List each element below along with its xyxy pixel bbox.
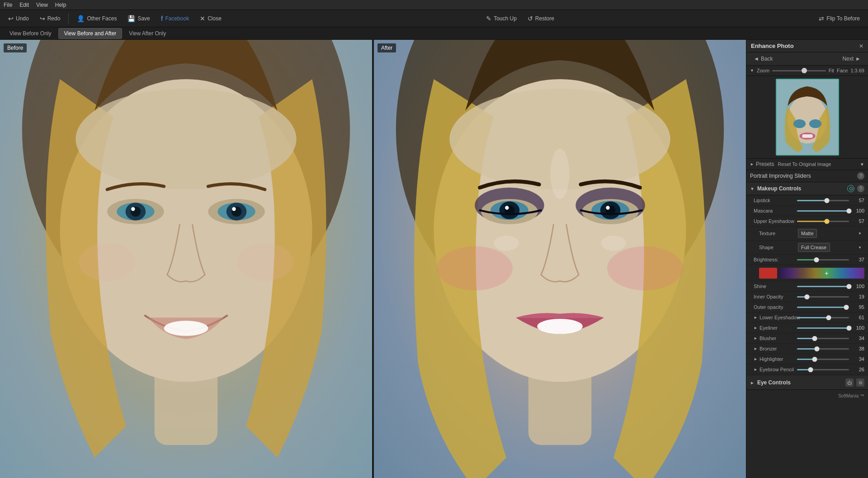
outer-opacity-slider[interactable] [797, 307, 849, 308]
view-tabs: View Before Only View Before and After V… [0, 27, 868, 40]
texture-select[interactable]: Matte [798, 229, 817, 238]
shine-fill [797, 286, 849, 287]
texture-select-wrap: Matte [798, 229, 864, 238]
bronzer-row: ► Bronzer 38 [746, 344, 868, 354]
person-icon: 👤 [77, 15, 85, 22]
upper-eyeshadow-thumb[interactable] [824, 219, 829, 224]
after-panel: After [374, 40, 746, 478]
bronzer-thumb[interactable] [814, 346, 819, 351]
bronzer-label: Bronzer [760, 346, 777, 351]
close-button[interactable]: ✕ Close [195, 13, 226, 24]
color-plus-icon[interactable]: + [825, 270, 828, 277]
eyeliner-fill [797, 327, 849, 329]
reset-dropdown-icon[interactable]: ▼ [860, 162, 864, 167]
presets-button[interactable]: ► Presets [750, 161, 774, 167]
restore-label: Restore [535, 15, 554, 22]
mascara-thumb[interactable] [847, 208, 852, 213]
shine-thumb[interactable] [847, 284, 852, 289]
portrait-help-icon[interactable]: ? [857, 172, 864, 180]
outer-opacity-fill [797, 307, 846, 308]
presets-label: Presets [756, 161, 774, 167]
tab-view-before-and-after[interactable]: View Before and After [58, 28, 123, 39]
lower-eyeshadow-fill [797, 317, 829, 318]
lower-eyeshadow-label: Lower Eyeshadow [760, 315, 800, 320]
reset-to-original-button[interactable]: Reset To Original Image [778, 161, 856, 167]
mascara-slider[interactable] [797, 210, 849, 212]
highlighter-slider[interactable] [797, 359, 849, 360]
restore-button[interactable]: ↺ Restore [523, 13, 559, 24]
color-gradient[interactable]: + [779, 268, 864, 279]
upper-eyeshadow-value: 57 [852, 218, 864, 224]
inner-opacity-thumb[interactable] [804, 294, 809, 299]
menu-edit[interactable]: Edit [19, 2, 29, 8]
eyebrow-pencil-thumb[interactable] [808, 367, 813, 372]
enhance-photo-header: Enhance Photo ✕ [746, 40, 868, 52]
menu-view[interactable]: View [36, 2, 48, 8]
eye-controls-header[interactable]: ► Eye Controls ⏻ ⚙ [746, 376, 868, 390]
svg-point-35 [537, 319, 582, 334]
highlighter-value: 34 [852, 356, 864, 362]
blusher-thumb[interactable] [812, 336, 817, 341]
lipstick-thumb[interactable] [824, 198, 829, 203]
shape-label: Shape [759, 245, 795, 250]
nav-next-button[interactable]: Next ► [839, 54, 864, 63]
lipstick-slider[interactable] [797, 200, 849, 201]
close-panel-icon[interactable]: ✕ [859, 43, 863, 49]
before-face-svg [0, 40, 372, 478]
brightness-slider[interactable] [797, 259, 849, 260]
svg-point-33 [437, 246, 512, 291]
menu-help[interactable]: Help [55, 2, 66, 8]
touch-up-button[interactable]: ✎ Touch Up [481, 13, 521, 24]
facebook-button[interactable]: f Facebook [156, 13, 193, 24]
svg-rect-44 [802, 134, 812, 138]
zoom-slider[interactable] [772, 70, 826, 71]
shine-row: Shine 100 [746, 281, 868, 292]
shape-select[interactable]: Full Crease [798, 243, 830, 252]
eyeliner-slider[interactable] [797, 327, 849, 329]
tab-view-before-only[interactable]: View Before Only [4, 28, 57, 39]
upper-eyeshadow-slider[interactable] [797, 221, 849, 222]
highlighter-thumb[interactable] [812, 357, 817, 362]
eye-controls-icon1[interactable]: ⏻ [845, 379, 854, 387]
tab-view-after-only[interactable]: View After Only [123, 28, 172, 39]
next-chevron-icon: ► [855, 56, 861, 62]
inner-opacity-slider[interactable] [797, 296, 849, 298]
lower-eyeshadow-slider[interactable] [797, 317, 849, 318]
highlighter-chevron: ► [754, 357, 758, 361]
makeup-controls-title: Makeup Controls [757, 185, 801, 192]
photo-area: Before [0, 40, 746, 478]
eyebrow-pencil-slider[interactable] [797, 369, 849, 370]
makeup-power-icon[interactable]: ⏻ [847, 185, 854, 192]
facebook-label: Facebook [165, 15, 189, 22]
brightness-thumb[interactable] [814, 257, 819, 262]
flip-to-before-button[interactable]: ⇄ Flip To Before [814, 13, 864, 24]
eye-controls-icon2[interactable]: ⚙ [856, 379, 864, 387]
eyebrow-pencil-value: 26 [852, 367, 864, 372]
blusher-slider[interactable] [797, 338, 849, 339]
bronzer-slider[interactable] [797, 348, 849, 350]
lower-eyeshadow-thumb[interactable] [826, 315, 831, 320]
save-button[interactable]: 💾 Save [123, 13, 154, 24]
eyeliner-row: ► Eyeliner 100 [746, 323, 868, 333]
other-faces-button[interactable]: 👤 Other Faces [72, 13, 121, 24]
redo-button[interactable]: ↪ Redo [35, 13, 65, 24]
nav-back-button[interactable]: ◄ Back [750, 54, 777, 63]
makeup-chevron-icon: ▼ [750, 186, 755, 191]
undo-button[interactable]: ↩ Undo [4, 13, 33, 24]
makeup-help-icon[interactable]: ? [857, 185, 864, 192]
makeup-controls-header[interactable]: ▼ Makeup Controls ⏻ ? [746, 182, 868, 195]
shine-slider[interactable] [797, 286, 849, 287]
svg-point-36 [551, 148, 570, 199]
lipstick-row: Lipstick 57 [746, 195, 868, 206]
menu-file[interactable]: File [4, 2, 12, 8]
eyeliner-thumb[interactable] [847, 326, 852, 331]
color-swatch-red[interactable] [759, 268, 777, 279]
inner-opacity-label: Inner Opacity [754, 294, 794, 299]
sliders-area[interactable]: ▼ Makeup Controls ⏻ ? Lipstick 57 M [746, 182, 868, 478]
before-panel: Before [0, 40, 372, 478]
lipstick-value: 57 [852, 198, 864, 203]
after-label: After [377, 43, 396, 52]
outer-opacity-thumb[interactable] [844, 305, 849, 310]
menu-bar: File Edit View Help [0, 0, 868, 10]
toolbar-center: ✎ Touch Up ↺ Restore [228, 13, 812, 24]
